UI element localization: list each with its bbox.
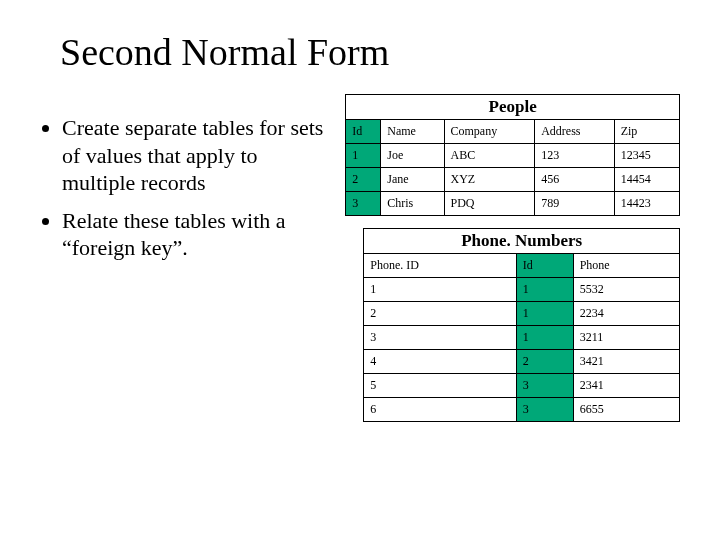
col-phoneid: Phone. ID — [364, 254, 516, 278]
cell: 3 — [364, 326, 516, 350]
cell: 6655 — [573, 398, 679, 422]
cell: 1 — [364, 278, 516, 302]
table-row: 3 Chris PDQ 789 14423 — [346, 192, 680, 216]
cell: Jane — [381, 168, 444, 192]
cell: Joe — [381, 144, 444, 168]
cell: 1 — [516, 302, 573, 326]
cell: ABC — [444, 144, 535, 168]
cell: 456 — [535, 168, 614, 192]
cell: 2 — [364, 302, 516, 326]
cell: 1 — [516, 326, 573, 350]
col-phone: Phone — [573, 254, 679, 278]
bullet-item: Relate these tables with a “foreign key”… — [62, 207, 335, 262]
cell: 1 — [516, 278, 573, 302]
cell: 5 — [364, 374, 516, 398]
table-row: 2 1 2234 — [364, 302, 680, 326]
cell: 3 — [346, 192, 381, 216]
table-row: 1 1 5532 — [364, 278, 680, 302]
cell: 123 — [535, 144, 614, 168]
table-row: 2 Jane XYZ 456 14454 — [346, 168, 680, 192]
col-zip: Zip — [614, 120, 679, 144]
cell: 4 — [364, 350, 516, 374]
cell: 1 — [346, 144, 381, 168]
slide: Second Normal Form Create separate table… — [0, 0, 720, 540]
cell: 12345 — [614, 144, 679, 168]
table-row: 6 3 6655 — [364, 398, 680, 422]
cell: 3 — [516, 374, 573, 398]
table-row: 4 2 3421 — [364, 350, 680, 374]
col-address: Address — [535, 120, 614, 144]
cell: 789 — [535, 192, 614, 216]
cell: 3421 — [573, 350, 679, 374]
cell: 3211 — [573, 326, 679, 350]
slide-title: Second Normal Form — [60, 30, 680, 74]
phones-wrapper: Phone. Numbers Phone. ID Id Phone 1 1 55… — [345, 228, 680, 422]
cell: 2234 — [573, 302, 679, 326]
cell: 14423 — [614, 192, 679, 216]
cell: 2341 — [573, 374, 679, 398]
cell: 3 — [516, 398, 573, 422]
cell: PDQ — [444, 192, 535, 216]
right-column: People Id Name Company Address Zip 1 Joe… — [345, 94, 680, 422]
bullet-item: Create separate tables for sets of value… — [62, 114, 335, 197]
cell: 6 — [364, 398, 516, 422]
spacer — [345, 216, 680, 228]
left-column: Create separate tables for sets of value… — [40, 94, 345, 422]
col-id: Id — [346, 120, 381, 144]
cell: XYZ — [444, 168, 535, 192]
table-header-row: Id Name Company Address Zip — [346, 120, 680, 144]
people-table-title: People — [345, 94, 680, 119]
table-header-row: Phone. ID Id Phone — [364, 254, 680, 278]
content-row: Create separate tables for sets of value… — [40, 94, 680, 422]
cell: Chris — [381, 192, 444, 216]
col-company: Company — [444, 120, 535, 144]
col-id: Id — [516, 254, 573, 278]
bullet-list: Create separate tables for sets of value… — [40, 114, 335, 262]
cell: 2 — [516, 350, 573, 374]
people-table: Id Name Company Address Zip 1 Joe ABC 12… — [345, 119, 680, 216]
cell: 5532 — [573, 278, 679, 302]
cell: 2 — [346, 168, 381, 192]
cell: 14454 — [614, 168, 679, 192]
phones-table: Phone. ID Id Phone 1 1 5532 2 1 2234 — [363, 253, 680, 422]
col-name: Name — [381, 120, 444, 144]
table-row: 5 3 2341 — [364, 374, 680, 398]
table-row: 1 Joe ABC 123 12345 — [346, 144, 680, 168]
phones-table-title: Phone. Numbers — [363, 228, 680, 253]
table-row: 3 1 3211 — [364, 326, 680, 350]
